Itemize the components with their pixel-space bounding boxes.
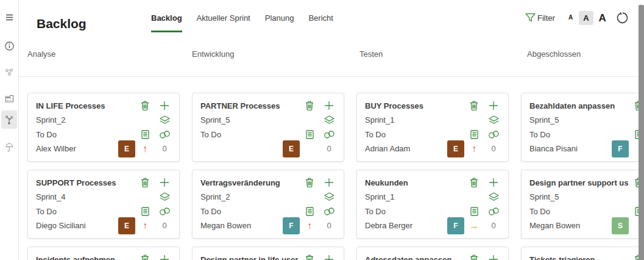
sidebar-item-tools[interactable] bbox=[1, 138, 17, 156]
link-button[interactable] bbox=[319, 131, 339, 139]
font-size-medium-button[interactable]: A bbox=[579, 11, 593, 25]
layers-icon bbox=[489, 192, 499, 201]
font-size-small-button[interactable]: A bbox=[568, 15, 573, 21]
refresh-icon bbox=[616, 12, 629, 24]
delete-button[interactable] bbox=[300, 178, 319, 187]
delete-button[interactable] bbox=[300, 101, 319, 110]
delete-button[interactable] bbox=[135, 178, 155, 187]
kanban-card[interactable]: IN LIFE Processes Sprint_2 To Do bbox=[27, 93, 180, 162]
link-button[interactable] bbox=[484, 208, 503, 215]
add-button[interactable] bbox=[484, 255, 503, 260]
card-title: Adressdaten anpassen bbox=[365, 255, 464, 260]
sidebar-item-info[interactable] bbox=[1, 37, 17, 55]
header-divider bbox=[19, 76, 644, 77]
vertical-scrollbar[interactable] bbox=[639, 5, 644, 260]
link-icon bbox=[488, 131, 500, 139]
kanban-card[interactable]: PARTNER Processes Sprint_5 To Do bbox=[192, 93, 344, 162]
delete-button[interactable] bbox=[464, 101, 484, 110]
card-assignee: Megan Bowen bbox=[200, 221, 283, 230]
link-icon bbox=[488, 208, 500, 215]
priority-arrow-icon: ↑ bbox=[135, 143, 155, 154]
priority-arrow-icon: ↑ bbox=[135, 220, 155, 231]
card-sprint: Sprint_4 bbox=[36, 192, 135, 201]
add-button[interactable] bbox=[319, 101, 339, 110]
board-column: Bezahldaten anpassen Sprint_5 To Do bbox=[521, 93, 644, 260]
card-sprint: Sprint_2 bbox=[200, 192, 300, 201]
sidebar-item-network[interactable] bbox=[1, 63, 17, 81]
plus-icon bbox=[324, 255, 334, 260]
tab-planung[interactable]: Planung bbox=[265, 13, 294, 32]
document-button[interactable] bbox=[464, 207, 484, 216]
link-count: 0 bbox=[484, 144, 503, 153]
delete-button[interactable] bbox=[135, 255, 155, 260]
delete-button[interactable] bbox=[135, 101, 155, 110]
add-button[interactable] bbox=[319, 255, 339, 260]
plus-icon bbox=[489, 178, 498, 187]
kanban-card[interactable]: Vertragsveränderung Sprint_2 To Do bbox=[192, 170, 344, 239]
layers-button[interactable] bbox=[319, 115, 339, 125]
link-button[interactable] bbox=[155, 131, 174, 139]
document-button[interactable] bbox=[135, 130, 155, 139]
document-icon bbox=[141, 207, 149, 216]
add-button[interactable] bbox=[484, 178, 503, 187]
layers-button[interactable] bbox=[319, 192, 339, 201]
kanban-card[interactable]: Design partner support user stories Spri… bbox=[521, 170, 644, 239]
delete-button[interactable] bbox=[464, 178, 484, 187]
kanban-card[interactable]: SUPPORT Processes Sprint_4 To Do bbox=[27, 170, 180, 239]
network-icon bbox=[5, 68, 13, 76]
tab-bericht[interactable]: Bericht bbox=[308, 13, 333, 32]
layers-button[interactable] bbox=[484, 192, 503, 201]
link-count: 0 bbox=[319, 221, 339, 230]
plus-icon bbox=[489, 255, 498, 260]
priority-arrow-icon: → bbox=[464, 220, 484, 231]
layers-button[interactable] bbox=[484, 115, 503, 125]
refresh-button[interactable] bbox=[616, 12, 629, 24]
sidebar-item-factory[interactable] bbox=[1, 89, 17, 107]
document-button[interactable] bbox=[300, 130, 319, 139]
sidebar-item-workflow[interactable] bbox=[1, 110, 17, 129]
assignee-badge: E bbox=[447, 140, 464, 157]
delete-button[interactable] bbox=[464, 255, 484, 260]
add-button[interactable] bbox=[155, 255, 174, 260]
tab-backlog[interactable]: Backlog bbox=[151, 13, 182, 32]
card-title: Bezahldaten anpassen bbox=[529, 101, 629, 110]
link-button[interactable] bbox=[484, 131, 503, 139]
card-title: Design partner in life user stories bbox=[200, 255, 300, 260]
link-button[interactable] bbox=[155, 208, 174, 215]
card-sprint: Sprint_1 bbox=[365, 115, 464, 125]
trash-icon bbox=[470, 255, 478, 260]
tab-aktueller-sprint[interactable]: Aktueller Sprint bbox=[197, 13, 250, 32]
document-icon bbox=[141, 130, 149, 139]
add-button[interactable] bbox=[155, 178, 174, 187]
assignee-badge: F bbox=[283, 217, 300, 234]
kanban-card[interactable]: BUY Processes Sprint_1 To Do A bbox=[356, 93, 509, 162]
delete-button[interactable] bbox=[300, 255, 319, 260]
kanban-card[interactable]: Neukunden Sprint_1 To Do Debra bbox=[356, 170, 509, 239]
add-button[interactable] bbox=[319, 178, 339, 187]
layers-button[interactable] bbox=[155, 115, 174, 125]
sidebar-item-menu[interactable] bbox=[1, 8, 17, 26]
card-title: Tickets triagieren bbox=[529, 255, 629, 260]
kanban-card[interactable]: Tickets triagieren bbox=[521, 247, 644, 260]
add-button[interactable] bbox=[155, 101, 174, 110]
kanban-card[interactable]: Design partner in life user stories bbox=[192, 247, 344, 260]
font-size-large-button[interactable]: A bbox=[599, 13, 606, 23]
document-button[interactable] bbox=[135, 207, 155, 216]
kanban-card[interactable]: Bezahldaten anpassen Sprint_5 To Do bbox=[521, 93, 644, 162]
info-icon bbox=[5, 42, 14, 51]
menu-icon bbox=[5, 14, 13, 21]
add-button[interactable] bbox=[484, 101, 503, 110]
kanban-card[interactable]: Adressdaten anpassen bbox=[356, 247, 509, 260]
card-title: SUPPORT Processes bbox=[36, 178, 135, 187]
document-button[interactable] bbox=[464, 130, 484, 139]
priority-arrow-icon: ↑ bbox=[464, 143, 484, 154]
filter-button[interactable]: Filter bbox=[525, 13, 555, 23]
card-status: To Do bbox=[529, 207, 629, 216]
card-assignee: Adrian Adam bbox=[365, 144, 447, 153]
kanban-card[interactable]: Incidents aufnehmen bbox=[27, 247, 180, 260]
link-button[interactable] bbox=[319, 208, 339, 215]
layers-button[interactable] bbox=[155, 192, 174, 201]
sidebar bbox=[0, 0, 19, 260]
trash-icon bbox=[141, 178, 149, 187]
document-button[interactable] bbox=[300, 207, 319, 216]
